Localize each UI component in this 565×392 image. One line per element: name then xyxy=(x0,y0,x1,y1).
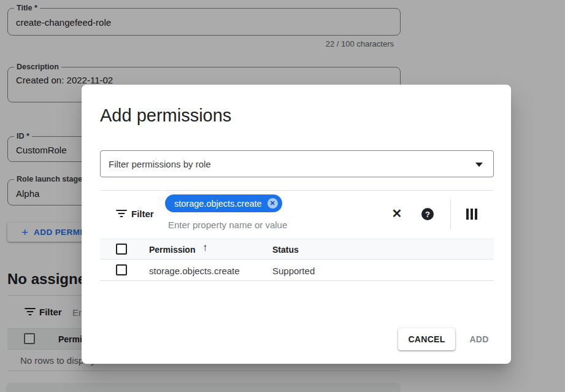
help-icon[interactable]: ? xyxy=(421,208,434,220)
divider xyxy=(100,190,494,191)
filter-chip[interactable]: storage.objects.create ✕ xyxy=(165,194,282,212)
permission-column-header[interactable]: Permission xyxy=(149,245,195,255)
modal-filter-label: Filter xyxy=(131,209,154,219)
row-status-cell: Supported xyxy=(272,266,315,276)
filter-permissions-by-role-select[interactable]: Filter permissions by role xyxy=(100,150,494,177)
row-permission-cell: storage.objects.create xyxy=(149,266,240,276)
status-column-header[interactable]: Status xyxy=(272,245,299,255)
clear-filters-icon[interactable]: ✕ xyxy=(390,206,404,221)
chip-remove-icon[interactable]: ✕ xyxy=(267,198,278,209)
filter-permissions-by-role-placeholder: Filter permissions by role xyxy=(109,159,211,169)
create-role-page: Title * create-changefeed-role 22 / 100 … xyxy=(0,0,565,392)
sort-ascending-icon[interactable]: ↑ xyxy=(202,242,208,254)
dialog-title: Add permissions xyxy=(100,105,231,126)
row-checkbox[interactable] xyxy=(116,264,127,275)
chevron-down-icon xyxy=(475,163,483,167)
cancel-button[interactable]: CANCEL xyxy=(398,328,455,350)
filter-icon xyxy=(116,210,127,218)
modal-filter-input[interactable]: Enter property name or value xyxy=(168,220,287,230)
add-button[interactable]: ADD xyxy=(459,328,499,350)
select-all-checkbox[interactable] xyxy=(116,244,127,255)
add-permissions-dialog: Add permissions Filter permissions by ro… xyxy=(82,85,511,364)
filter-chip-label: storage.objects.create xyxy=(174,199,262,209)
column-display-options-icon[interactable] xyxy=(466,209,477,220)
vertical-divider xyxy=(450,199,451,229)
